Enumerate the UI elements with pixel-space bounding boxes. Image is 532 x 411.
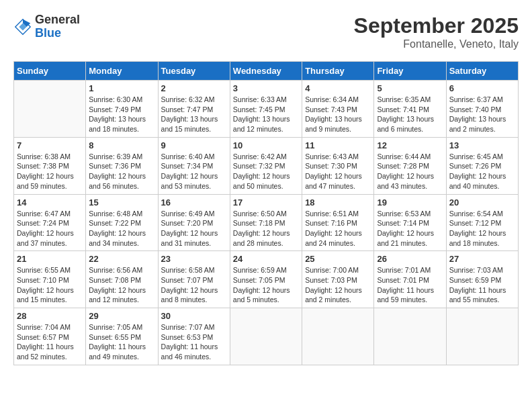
day-info: Sunrise: 6:34 AMSunset: 7:43 PMDaylight:…: [305, 95, 371, 134]
day-number: 1: [89, 83, 154, 93]
day-info: Sunrise: 6:38 AMSunset: 7:38 PMDaylight:…: [17, 152, 83, 191]
day-number: 24: [233, 254, 299, 264]
month-title: September 2025: [354, 13, 519, 38]
calendar-cell: [302, 308, 374, 365]
calendar-week-1: 1Sunrise: 6:30 AMSunset: 7:49 PMDaylight…: [14, 81, 519, 138]
day-number: 17: [233, 197, 299, 208]
calendar-cell: 6Sunrise: 6:37 AMSunset: 7:40 PMDaylight…: [446, 81, 518, 138]
day-header-tuesday: Tuesday: [158, 62, 230, 81]
day-number: 25: [305, 254, 371, 264]
day-info: Sunrise: 6:37 AMSunset: 7:40 PMDaylight:…: [449, 95, 515, 134]
calendar-cell: 19Sunrise: 6:53 AMSunset: 7:14 PMDayligh…: [374, 194, 446, 251]
day-number: 3: [233, 83, 299, 93]
calendar-cell: 2Sunrise: 6:32 AMSunset: 7:47 PMDaylight…: [158, 81, 230, 138]
day-info: Sunrise: 7:07 AMSunset: 6:53 PMDaylight:…: [161, 322, 227, 362]
day-number: 21: [17, 254, 83, 264]
calendar-cell: 23Sunrise: 6:58 AMSunset: 7:07 PMDayligh…: [158, 251, 230, 308]
day-number: 14: [17, 197, 83, 208]
calendar-week-2: 7Sunrise: 6:38 AMSunset: 7:38 PMDaylight…: [14, 137, 519, 194]
logo-icon: [13, 17, 32, 36]
day-number: 29: [89, 311, 154, 321]
day-number: 7: [17, 140, 83, 150]
day-info: Sunrise: 6:48 AMSunset: 7:22 PMDaylight:…: [89, 209, 154, 248]
calendar-cell: 1Sunrise: 6:30 AMSunset: 7:49 PMDaylight…: [86, 81, 158, 138]
day-number: 19: [377, 197, 443, 208]
day-number: 6: [449, 83, 515, 93]
day-number: 20: [449, 197, 515, 208]
day-number: 4: [305, 83, 371, 93]
calendar-cell: 29Sunrise: 7:05 AMSunset: 6:55 PMDayligh…: [86, 308, 158, 365]
calendar-cell: 25Sunrise: 7:00 AMSunset: 7:03 PMDayligh…: [302, 251, 374, 308]
location-subtitle: Fontanelle, Veneto, Italy: [354, 38, 519, 50]
calendar-cell: 26Sunrise: 7:01 AMSunset: 7:01 PMDayligh…: [374, 251, 446, 308]
day-info: Sunrise: 6:59 AMSunset: 7:05 PMDaylight:…: [233, 265, 299, 305]
calendar-cell: 18Sunrise: 6:51 AMSunset: 7:16 PMDayligh…: [302, 194, 374, 251]
logo-general-text: General: [35, 13, 80, 26]
day-info: Sunrise: 7:03 AMSunset: 6:59 PMDaylight:…: [449, 265, 515, 305]
calendar-cell: 10Sunrise: 6:42 AMSunset: 7:32 PMDayligh…: [230, 137, 302, 194]
day-info: Sunrise: 7:05 AMSunset: 6:55 PMDaylight:…: [89, 322, 154, 362]
calendar-cell: [230, 308, 302, 365]
day-info: Sunrise: 6:35 AMSunset: 7:41 PMDaylight:…: [377, 95, 443, 134]
day-info: Sunrise: 6:40 AMSunset: 7:34 PMDaylight:…: [161, 152, 227, 191]
calendar-cell: 28Sunrise: 7:04 AMSunset: 6:57 PMDayligh…: [14, 308, 86, 365]
calendar-cell: 12Sunrise: 6:44 AMSunset: 7:28 PMDayligh…: [374, 137, 446, 194]
day-number: 23: [161, 254, 227, 264]
day-number: 22: [89, 254, 154, 264]
calendar-cell: 14Sunrise: 6:47 AMSunset: 7:24 PMDayligh…: [14, 194, 86, 251]
calendar-cell: 9Sunrise: 6:40 AMSunset: 7:34 PMDaylight…: [158, 137, 230, 194]
day-info: Sunrise: 6:56 AMSunset: 7:08 PMDaylight:…: [89, 265, 154, 305]
calendar-cell: 16Sunrise: 6:49 AMSunset: 7:20 PMDayligh…: [158, 194, 230, 251]
day-number: 2: [161, 83, 227, 93]
calendar-cell: 5Sunrise: 6:35 AMSunset: 7:41 PMDaylight…: [374, 81, 446, 138]
day-info: Sunrise: 7:04 AMSunset: 6:57 PMDaylight:…: [17, 322, 83, 362]
calendar-cell: 21Sunrise: 6:55 AMSunset: 7:10 PMDayligh…: [14, 251, 86, 308]
logo-blue-text: Blue: [35, 26, 61, 40]
day-info: Sunrise: 6:50 AMSunset: 7:18 PMDaylight:…: [233, 209, 299, 248]
day-number: 30: [161, 311, 227, 321]
day-number: 9: [161, 140, 227, 150]
day-info: Sunrise: 6:58 AMSunset: 7:07 PMDaylight:…: [161, 265, 227, 305]
calendar-cell: [374, 308, 446, 365]
calendar-cell: 7Sunrise: 6:38 AMSunset: 7:38 PMDaylight…: [14, 137, 86, 194]
calendar-cell: 3Sunrise: 6:33 AMSunset: 7:45 PMDaylight…: [230, 81, 302, 138]
day-info: Sunrise: 6:54 AMSunset: 7:12 PMDaylight:…: [449, 209, 515, 248]
day-info: Sunrise: 6:53 AMSunset: 7:14 PMDaylight:…: [377, 209, 443, 248]
day-info: Sunrise: 6:42 AMSunset: 7:32 PMDaylight:…: [233, 152, 299, 191]
day-number: 12: [377, 140, 443, 150]
calendar-week-4: 21Sunrise: 6:55 AMSunset: 7:10 PMDayligh…: [14, 251, 519, 308]
day-header-friday: Friday: [374, 62, 446, 81]
day-header-sunday: Sunday: [14, 62, 86, 81]
calendar-cell: 8Sunrise: 6:39 AMSunset: 7:36 PMDaylight…: [86, 137, 158, 194]
day-header-wednesday: Wednesday: [230, 62, 302, 81]
day-number: 8: [89, 140, 154, 150]
calendar-cell: 20Sunrise: 6:54 AMSunset: 7:12 PMDayligh…: [446, 194, 518, 251]
day-info: Sunrise: 6:55 AMSunset: 7:10 PMDaylight:…: [17, 265, 83, 305]
day-info: Sunrise: 6:47 AMSunset: 7:24 PMDaylight:…: [17, 209, 83, 248]
day-number: 13: [449, 140, 515, 150]
calendar-cell: 27Sunrise: 7:03 AMSunset: 6:59 PMDayligh…: [446, 251, 518, 308]
day-number: 15: [89, 197, 154, 208]
day-info: Sunrise: 6:33 AMSunset: 7:45 PMDaylight:…: [233, 95, 299, 134]
day-header-thursday: Thursday: [302, 62, 374, 81]
calendar-cell: 4Sunrise: 6:34 AMSunset: 7:43 PMDaylight…: [302, 81, 374, 138]
day-info: Sunrise: 6:43 AMSunset: 7:30 PMDaylight:…: [305, 152, 371, 191]
day-info: Sunrise: 6:49 AMSunset: 7:20 PMDaylight:…: [161, 209, 227, 248]
day-number: 27: [449, 254, 515, 264]
calendar-cell: 17Sunrise: 6:50 AMSunset: 7:18 PMDayligh…: [230, 194, 302, 251]
day-info: Sunrise: 7:01 AMSunset: 7:01 PMDaylight:…: [377, 265, 443, 305]
day-number: 11: [305, 140, 371, 150]
title-block: September 2025 Fontanelle, Veneto, Italy: [354, 13, 519, 50]
day-info: Sunrise: 6:44 AMSunset: 7:28 PMDaylight:…: [377, 152, 443, 191]
calendar-cell: 22Sunrise: 6:56 AMSunset: 7:08 PMDayligh…: [86, 251, 158, 308]
logo: General Blue: [13, 13, 80, 40]
calendar-cell: [14, 81, 86, 138]
calendar-week-5: 28Sunrise: 7:04 AMSunset: 6:57 PMDayligh…: [14, 308, 519, 365]
day-number: 26: [377, 254, 443, 264]
day-info: Sunrise: 6:39 AMSunset: 7:36 PMDaylight:…: [89, 152, 154, 191]
calendar-table: SundayMondayTuesdayWednesdayThursdayFrid…: [13, 61, 519, 365]
calendar-cell: 11Sunrise: 6:43 AMSunset: 7:30 PMDayligh…: [302, 137, 374, 194]
day-number: 18: [305, 197, 371, 208]
day-info: Sunrise: 6:45 AMSunset: 7:26 PMDaylight:…: [449, 152, 515, 191]
day-info: Sunrise: 6:51 AMSunset: 7:16 PMDaylight:…: [305, 209, 371, 248]
